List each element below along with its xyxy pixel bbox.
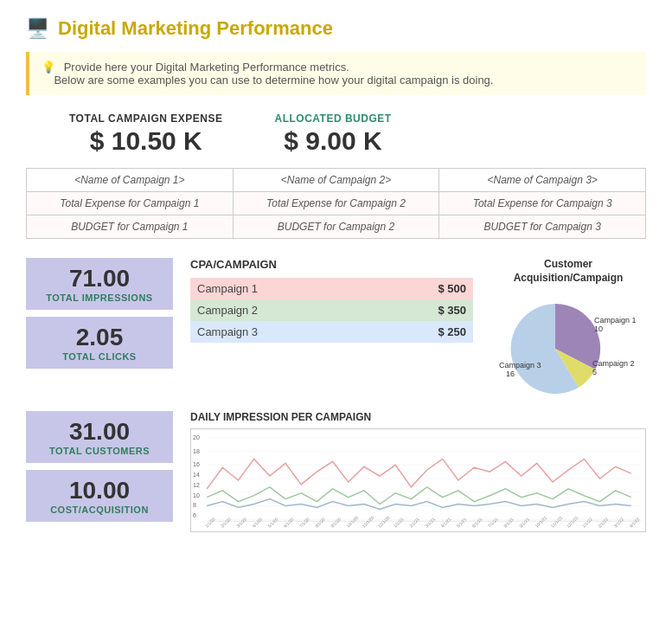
svg-text:12/1/21: 12/1/21: [566, 515, 579, 529]
clicks-value: 2.05: [38, 324, 161, 351]
left-metrics-top: 71.00 TOTAL IMPRESSIONS 2.05 TOTAL CLICK…: [26, 258, 173, 402]
svg-text:11/1/20: 11/1/20: [361, 515, 374, 529]
impressions-card: 71.00 TOTAL IMPRESSIONS: [26, 258, 173, 310]
impressions-label: TOTAL IMPRESSIONS: [38, 292, 161, 303]
campaign-header-1: <Name of Campaign 1>: [27, 169, 234, 192]
cpa-table: Campaign 1 $ 500 Campaign 2 $ 350 Campai…: [190, 278, 473, 343]
svg-text:5/1/20: 5/1/20: [266, 517, 278, 529]
svg-text:9/1/20: 9/1/20: [330, 517, 342, 529]
svg-text:10: 10: [193, 492, 200, 498]
svg-text:10/1/20: 10/1/20: [345, 515, 359, 529]
svg-text:3/1/20: 3/1/20: [235, 517, 247, 529]
pie-label-c3: Campaign 3: [499, 361, 541, 370]
svg-text:6/1/21: 6/1/21: [471, 517, 483, 529]
svg-text:4/1/21: 4/1/21: [439, 517, 451, 529]
pie-chart-svg: Campaign 1 10 Campaign 2 5 Campaign 3 16: [490, 290, 637, 402]
svg-text:12: 12: [193, 482, 200, 488]
svg-text:16: 16: [193, 462, 200, 468]
svg-text:9/1/21: 9/1/21: [518, 517, 530, 529]
info-text-line2: Below are some examples you can use to d…: [54, 74, 493, 87]
line-chart-svg: 20 18 16 14 12 10 8 6: [191, 429, 645, 531]
svg-text:7/1/20: 7/1/20: [298, 517, 310, 529]
pie-label-c2: Campaign 2: [592, 359, 635, 368]
cost-card: 10.00 COST/ACQUISITION: [26, 470, 173, 522]
campaign-header-row: <Name of Campaign 1> <Name of Campaign 2…: [27, 169, 646, 192]
cost-label: COST/ACQUISITION: [38, 505, 161, 515]
cpa-amount-3: $ 250: [371, 321, 473, 343]
svg-text:11/1/21: 11/1/21: [549, 515, 563, 529]
total-campaign-expense-label: TOTAL CAMPAIGN EXPENSE: [69, 112, 222, 125]
svg-text:6/1/20: 6/1/20: [282, 517, 294, 529]
budget-1: BUDGET for Campaign 1: [27, 215, 234, 239]
svg-text:12/1/20: 12/1/20: [376, 515, 390, 529]
bottom-left-metrics: 31.00 TOTAL CUSTOMERS 10.00 COST/ACQUISI…: [26, 411, 173, 532]
svg-text:8/1/21: 8/1/21: [502, 517, 515, 529]
cpa-name-2: Campaign 2: [190, 299, 371, 321]
pie-label-c1-val: 10: [594, 325, 603, 333]
svg-text:2/1/21: 2/1/21: [408, 517, 420, 529]
allocated-budget-value: $ 9.00 K: [274, 126, 391, 156]
cpa-row-3: Campaign 3 $ 250: [190, 321, 473, 343]
campaign-header-2: <Name of Campaign 2>: [233, 169, 439, 192]
cpa-row-2: Campaign 2 $ 350: [190, 299, 473, 321]
svg-text:1/1/20: 1/1/20: [204, 517, 216, 529]
total-campaign-expense-value: $ 10.50 K: [69, 126, 222, 156]
middle-section: 71.00 TOTAL IMPRESSIONS 2.05 TOTAL CLICK…: [26, 258, 646, 402]
campaign-header-3: <Name of Campaign 3>: [439, 169, 646, 192]
svg-text:4/1/20: 4/1/20: [251, 517, 263, 529]
cpa-name-3: Campaign 3: [190, 321, 371, 343]
svg-text:1/1/21: 1/1/21: [393, 517, 405, 529]
customers-card: 31.00 TOTAL CUSTOMERS: [26, 411, 173, 463]
campaign-table: <Name of Campaign 1> <Name of Campaign 2…: [26, 168, 646, 239]
pie-chart-container: Campaign 1 10 Campaign 2 5 Campaign 3 16: [490, 290, 637, 402]
clicks-card: 2.05 TOTAL CLICKS: [26, 317, 173, 369]
svg-text:14: 14: [193, 472, 200, 478]
svg-text:2/1/22: 2/1/22: [597, 517, 609, 529]
cpa-row-1: Campaign 1 $ 500: [190, 278, 473, 299]
page-title: Digital Marketing Performance: [58, 17, 333, 40]
svg-text:3/1/22: 3/1/22: [612, 517, 624, 529]
svg-text:7/1/21: 7/1/21: [487, 517, 499, 529]
campaign-budget-row: BUDGET for Campaign 1 BUDGET for Campaig…: [27, 215, 646, 239]
svg-text:18: 18: [193, 448, 200, 454]
info-box: 💡 Provide here your Digital Marketing Pe…: [26, 52, 646, 95]
info-icon: 💡: [42, 61, 55, 74]
cpa-amount-1: $ 500: [371, 278, 473, 299]
impressions-value: 71.00: [38, 265, 161, 292]
line-chart-container: 20 18 16 14 12 10 8 6: [190, 428, 646, 532]
svg-text:2/1/20: 2/1/20: [220, 517, 232, 529]
cost-value: 10.00: [38, 477, 161, 505]
allocated-budget-label: ALLOCATED BUDGET: [274, 112, 391, 125]
expense-1: Total Expense for Campaign 1: [27, 192, 234, 215]
pie-label-c1: Campaign 1: [594, 316, 637, 325]
pie-chart-section: CustomerAcquisition/Campaign Camp: [490, 258, 646, 402]
clicks-label: TOTAL CLICKS: [38, 351, 161, 362]
info-text-line1: Provide here your Digital Marketing Perf…: [64, 61, 349, 74]
expense-2: Total Expense for Campaign 2: [233, 192, 439, 215]
svg-text:8/1/20: 8/1/20: [314, 517, 326, 529]
svg-text:8: 8: [193, 503, 196, 509]
cpa-amount-2: $ 350: [371, 299, 473, 321]
expense-3: Total Expense for Campaign 3: [439, 192, 646, 215]
line-chart-title: DAILY IMPRESSION PER CAMPAIGN: [190, 411, 646, 423]
allocated-budget-block: ALLOCATED BUDGET $ 9.00 K: [274, 112, 391, 156]
total-campaign-expense-block: TOTAL CAMPAIGN EXPENSE $ 10.50 K: [69, 112, 222, 156]
page-header: 🖥️ Digital Marketing Performance: [26, 17, 646, 40]
campaign-expense-row: Total Expense for Campaign 1 Total Expen…: [27, 192, 646, 215]
svg-text:10/1/21: 10/1/21: [534, 515, 547, 529]
svg-text:5/1/21: 5/1/21: [455, 517, 467, 529]
line-chart-section: DAILY IMPRESSION PER CAMPAIGN 20 18 16 1…: [190, 411, 646, 532]
svg-text:3/1/21: 3/1/21: [424, 517, 436, 529]
budget-3: BUDGET for Campaign 3: [439, 215, 646, 239]
cpa-name-1: Campaign 1: [190, 278, 371, 299]
pie-chart-title: CustomerAcquisition/Campaign: [490, 258, 646, 285]
budget-2: BUDGET for Campaign 2: [233, 215, 439, 239]
svg-text:20: 20: [193, 434, 200, 440]
pie-label-c2-val: 5: [592, 368, 597, 376]
bottom-row: 31.00 TOTAL CUSTOMERS 10.00 COST/ACQUISI…: [26, 411, 646, 532]
cpa-title: CPA/CAMPAIGN: [190, 258, 473, 271]
customers-value: 31.00: [38, 418, 161, 446]
monitor-icon: 🖥️: [26, 17, 49, 40]
top-metrics-row: TOTAL CAMPAIGN EXPENSE $ 10.50 K ALLOCAT…: [26, 112, 646, 156]
svg-text:1/1/22: 1/1/22: [581, 517, 593, 529]
